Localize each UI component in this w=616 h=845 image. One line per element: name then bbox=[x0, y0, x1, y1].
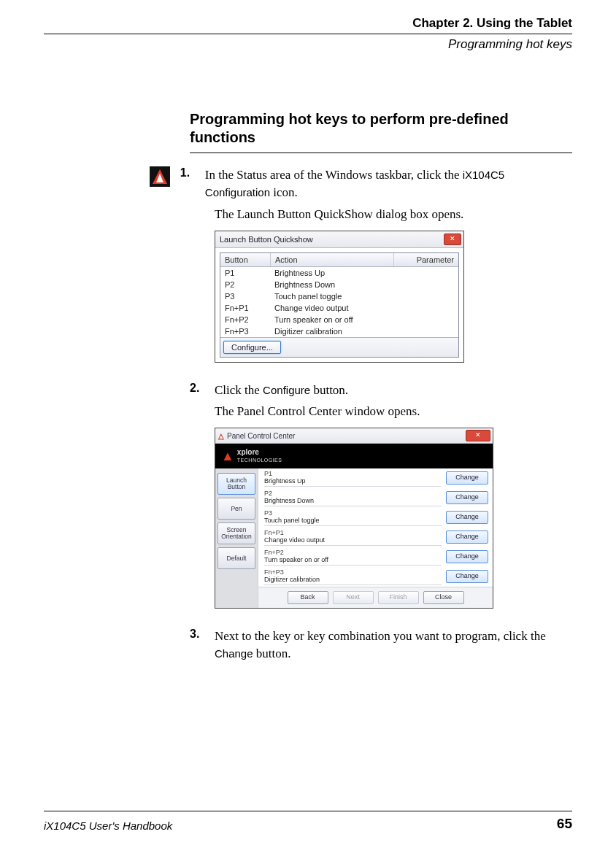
cell-button: Fn+P3 bbox=[220, 325, 270, 337]
pcc-row: P1Brightness Up Change bbox=[258, 468, 493, 488]
pcc-main: P1Brightness Up Change P2Brightness Down… bbox=[258, 468, 493, 608]
step-3-number: 3. bbox=[190, 628, 215, 641]
table-row: Fn+P1Change video output bbox=[220, 302, 458, 314]
pcc-action: Turn speaker on or off bbox=[264, 556, 442, 563]
pcc-row: Fn+P3Digitizer calibration Change bbox=[258, 567, 493, 587]
table-row: P3Touch panel toggle bbox=[220, 290, 458, 302]
pcc-row: P2Brightness Down Change bbox=[258, 488, 493, 508]
section-name: Programming hot keys bbox=[44, 37, 572, 52]
cell-button: P1 bbox=[220, 267, 270, 279]
quickshow-dialog: Launch Button Quickshow ✕ Button Action … bbox=[215, 231, 464, 363]
pcc-key: P1 bbox=[264, 470, 442, 477]
pcc-key: Fn+P3 bbox=[264, 568, 442, 576]
panel-control-center-dialog: △ Panel Control Center ✕ ▲ xplore TECHNO… bbox=[215, 428, 493, 609]
pcc-action: Brightness Down bbox=[264, 497, 442, 504]
pcc-key: P3 bbox=[264, 509, 442, 517]
finish-button[interactable]: Finish bbox=[378, 591, 419, 604]
table-row: P2Brightness Down bbox=[220, 279, 458, 290]
step-1: 1. In the Status area of the Windows tas… bbox=[190, 166, 572, 201]
book-title: iX104C5 User's Handbook bbox=[44, 819, 172, 832]
table-row: Fn+P3Digitizer calibration bbox=[220, 325, 458, 337]
tab-pen[interactable]: Pen bbox=[217, 498, 255, 520]
pcc-row: Fn+P2Turn speaker on or off Change bbox=[258, 547, 493, 567]
pcc-row: Fn+P1Change video output Change bbox=[258, 528, 493, 547]
step-3-text: Next to the key or key combination you w… bbox=[215, 628, 572, 663]
step-1-text: In the Status area of the Windows taskba… bbox=[205, 166, 572, 201]
change-button[interactable]: Change bbox=[446, 471, 488, 485]
step-2-configure-label: Configure bbox=[263, 384, 310, 396]
step-1-follow: The Launch Button QuickShow dialog box o… bbox=[215, 207, 572, 222]
step-3-pre: Next to the key or key combination you w… bbox=[215, 629, 546, 643]
pcc-action: Brightness Up bbox=[264, 477, 442, 485]
page-header: Chapter 2. Using the Tablet Programming … bbox=[44, 16, 572, 52]
pcc-key: Fn+P2 bbox=[264, 549, 442, 556]
table-row: P1Brightness Up bbox=[220, 267, 458, 279]
step-2-follow: The Panel Control Center window opens. bbox=[215, 404, 572, 419]
pcc-banner: ▲ xplore TECHNOLOGIES bbox=[215, 444, 493, 468]
change-button[interactable]: Change bbox=[446, 570, 488, 583]
triangle-icon: ▲ bbox=[221, 449, 234, 464]
back-button[interactable]: Back bbox=[288, 591, 328, 604]
close-button[interactable]: Close bbox=[423, 591, 464, 604]
section-rule bbox=[190, 153, 572, 153]
header-button: Button bbox=[220, 253, 271, 266]
section-heading: Programming hot keys to perform pre-defi… bbox=[190, 110, 572, 147]
change-button[interactable]: Change bbox=[446, 491, 488, 504]
configure-button[interactable]: Configure... bbox=[223, 341, 281, 354]
cell-button: Fn+P1 bbox=[220, 302, 270, 314]
pcc-key: P2 bbox=[264, 490, 442, 497]
pcc-footer-buttons: Back Next Finish Close bbox=[258, 587, 493, 608]
change-button[interactable]: Change bbox=[446, 530, 488, 544]
step-1-pre: In the Status area of the Windows taskba… bbox=[205, 168, 463, 182]
pcc-titlebar: △ Panel Control Center ✕ bbox=[215, 428, 493, 444]
pcc-key: Fn+P1 bbox=[264, 529, 442, 536]
cell-action: Change video output bbox=[270, 302, 458, 314]
step-3-post: button. bbox=[253, 647, 291, 660]
change-button[interactable]: Change bbox=[446, 511, 488, 524]
step-2-text: Click the Configure button. bbox=[215, 382, 348, 399]
close-icon[interactable]: ✕ bbox=[466, 430, 490, 441]
pcc-action: Digitizer calibration bbox=[264, 576, 442, 583]
triangle-icon: △ bbox=[218, 432, 224, 440]
pcc-tabs: Launch Button Pen Screen Orientation Def… bbox=[215, 468, 258, 608]
page-number: 65 bbox=[557, 816, 572, 832]
pcc-row: P3Touch panel toggle Change bbox=[258, 508, 493, 528]
step-2-post: button. bbox=[310, 383, 348, 397]
step-3-change-label: Change bbox=[215, 647, 253, 660]
header-rule bbox=[44, 34, 572, 34]
cell-action: Brightness Down bbox=[270, 279, 458, 290]
quickshow-title: Launch Button Quickshow bbox=[220, 235, 444, 244]
header-parameter: Parameter bbox=[394, 253, 458, 266]
cell-button: Fn+P2 bbox=[220, 314, 270, 325]
pcc-title: Panel Control Center bbox=[227, 432, 466, 440]
page-footer: iX104C5 User's Handbook 65 bbox=[44, 811, 572, 832]
tab-screen-orientation[interactable]: Screen Orientation bbox=[217, 522, 255, 544]
cell-action: Digitizer calibration bbox=[270, 325, 458, 337]
step-1-post: icon. bbox=[270, 185, 298, 199]
cell-action: Brightness Up bbox=[270, 267, 458, 279]
quickshow-table: Button Action Parameter P1Brightness Up … bbox=[220, 252, 459, 358]
step-1-number: 1. bbox=[180, 166, 205, 180]
brand-label: xplore TECHNOLOGIES bbox=[237, 449, 282, 464]
quickshow-titlebar: Launch Button Quickshow ✕ bbox=[215, 231, 463, 248]
close-icon[interactable]: ✕ bbox=[444, 234, 461, 245]
cell-action: Turn speaker on or off bbox=[270, 314, 458, 325]
cell-button: P3 bbox=[220, 290, 270, 302]
cell-action: Touch panel toggle bbox=[270, 290, 458, 302]
tab-default[interactable]: Default bbox=[217, 547, 255, 569]
header-action: Action bbox=[271, 253, 394, 266]
cell-button: P2 bbox=[220, 279, 270, 290]
pcc-action: Touch panel toggle bbox=[264, 517, 442, 524]
step-2-pre: Click the bbox=[215, 383, 263, 397]
table-row: Fn+P2Turn speaker on or off bbox=[220, 314, 458, 325]
tab-launch-button[interactable]: Launch Button bbox=[217, 473, 255, 495]
quickshow-table-header: Button Action Parameter bbox=[220, 253, 458, 267]
next-button[interactable]: Next bbox=[333, 591, 374, 604]
config-icon bbox=[150, 166, 180, 187]
step-2-number: 2. bbox=[190, 382, 215, 395]
change-button[interactable]: Change bbox=[446, 550, 488, 563]
chapter-title: Chapter 2. Using the Tablet bbox=[44, 16, 572, 31]
pcc-action: Change video output bbox=[264, 536, 442, 544]
step-2: 2. Click the Configure button. bbox=[190, 382, 572, 399]
step-3: 3. Next to the key or key combination yo… bbox=[190, 628, 572, 663]
